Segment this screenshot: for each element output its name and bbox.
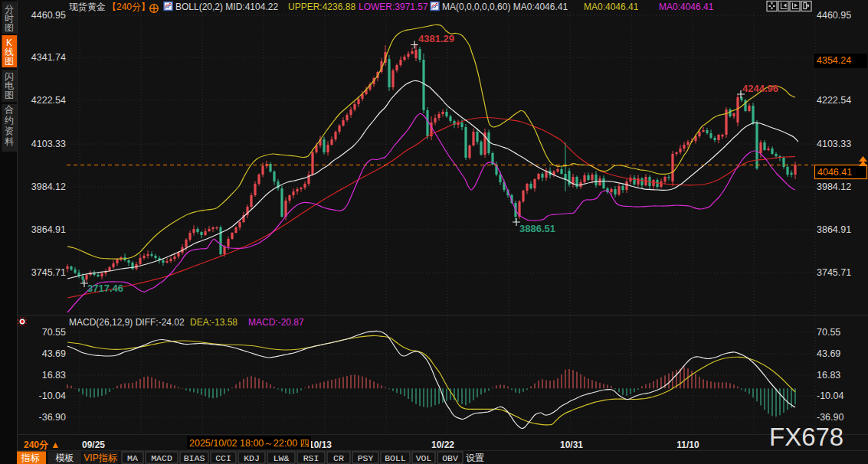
svg-text:09/25: 09/25 xyxy=(82,439,105,450)
svg-text:2025/10/02 18:00～22:00 四: 2025/10/02 18:00～22:00 四 xyxy=(189,438,310,449)
svg-text:模板: 模板 xyxy=(56,453,74,463)
svg-text:4046.41: 4046.41 xyxy=(817,167,852,178)
svg-text:MA0:4046.41: MA0:4046.41 xyxy=(659,2,714,12)
svg-text:3745.71: 3745.71 xyxy=(817,267,851,278)
svg-text:-36.90: -36.90 xyxy=(39,412,66,423)
svg-text:3717.46: 3717.46 xyxy=(87,283,123,294)
svg-text:UPPER:4236.88: UPPER:4236.88 xyxy=(288,2,355,12)
svg-text:4244.96: 4244.96 xyxy=(742,83,778,94)
svg-text:4222.54: 4222.54 xyxy=(31,95,66,106)
svg-text:-36.90: -36.90 xyxy=(817,412,843,423)
svg-text:10/31: 10/31 xyxy=(560,439,583,450)
svg-text:图: 图 xyxy=(5,56,14,67)
svg-text:11/10: 11/10 xyxy=(676,439,699,450)
svg-text:MACD(26,12,9) DIFF:-24.02: MACD(26,12,9) DIFF:-24.02 xyxy=(69,317,185,328)
svg-text:CCI: CCI xyxy=(215,453,231,463)
svg-text:43.69: 43.69 xyxy=(817,348,840,359)
svg-text:10/22: 10/22 xyxy=(431,439,454,450)
svg-text:16.83: 16.83 xyxy=(42,370,66,381)
svg-text:RSI: RSI xyxy=(303,453,319,463)
svg-text:4354.24: 4354.24 xyxy=(817,55,851,66)
svg-text:VIP指标: VIP指标 xyxy=(84,453,117,463)
svg-text:4103.33: 4103.33 xyxy=(31,139,66,149)
svg-text:CR: CR xyxy=(333,453,344,463)
svg-text:MA0:4046.41: MA0:4046.41 xyxy=(584,2,639,12)
svg-text:70.55: 70.55 xyxy=(42,327,66,338)
svg-text:VOL: VOL xyxy=(416,453,432,463)
svg-text:3984.12: 3984.12 xyxy=(31,181,66,192)
svg-text:-10.04: -10.04 xyxy=(39,390,66,401)
svg-text:【240分】: 【240分】 xyxy=(107,2,150,12)
svg-text:3864.91: 3864.91 xyxy=(31,224,66,235)
svg-text:设置: 设置 xyxy=(466,453,484,463)
svg-text:4460.95: 4460.95 xyxy=(31,10,66,21)
svg-text:4381.29: 4381.29 xyxy=(418,33,454,44)
svg-text:FX678: FX678 xyxy=(769,423,843,451)
svg-text:图: 图 xyxy=(5,90,14,100)
svg-text:4341.74: 4341.74 xyxy=(31,52,66,63)
svg-text:4460.95: 4460.95 xyxy=(817,10,851,21)
svg-text:4103.33: 4103.33 xyxy=(817,139,851,149)
svg-text:BOLL: BOLL xyxy=(385,453,406,463)
svg-text:图: 图 xyxy=(5,22,14,33)
svg-text:3886.51: 3886.51 xyxy=(519,223,555,234)
svg-text:240分 ▲: 240分 ▲ xyxy=(24,439,60,450)
svg-text:资: 资 xyxy=(5,126,14,136)
svg-text:约: 约 xyxy=(5,115,14,126)
svg-text:3745.71: 3745.71 xyxy=(31,267,66,278)
svg-text:MACD:-20.87: MACD:-20.87 xyxy=(248,317,304,328)
svg-text:3864.91: 3864.91 xyxy=(817,224,851,235)
svg-text:10/13: 10/13 xyxy=(309,439,332,450)
svg-text:3984.12: 3984.12 xyxy=(817,181,851,192)
svg-text:4222.54: 4222.54 xyxy=(817,95,851,106)
svg-text:PSY: PSY xyxy=(358,453,374,463)
svg-text:BOLL(20,2) MID:4104.22: BOLL(20,2) MID:4104.22 xyxy=(175,2,278,12)
svg-text:70.55: 70.55 xyxy=(817,327,840,338)
svg-text:-10.04: -10.04 xyxy=(817,390,843,401)
svg-text:现货黄金: 现货黄金 xyxy=(69,2,106,12)
svg-text:料: 料 xyxy=(5,136,14,147)
svg-text:BIAS: BIAS xyxy=(184,453,205,463)
svg-text:MA: MA xyxy=(127,453,138,463)
svg-text:MACD: MACD xyxy=(151,453,172,463)
svg-text:合: 合 xyxy=(5,104,14,115)
svg-text:LW&: LW& xyxy=(274,453,290,463)
svg-text:MA(0,0,0,0,0,60) MA0:4046.41: MA(0,0,0,0,0,60) MA0:4046.41 xyxy=(442,2,568,12)
svg-text:16.83: 16.83 xyxy=(817,370,840,381)
svg-text:DEA:-13.58: DEA:-13.58 xyxy=(190,317,237,328)
svg-text:KDJ: KDJ xyxy=(244,453,260,463)
svg-text:43.69: 43.69 xyxy=(42,348,66,359)
svg-text:指标: 指标 xyxy=(21,453,41,463)
svg-text:LOWER:3971.57: LOWER:3971.57 xyxy=(359,2,428,12)
svg-text:OBV: OBV xyxy=(442,453,458,463)
